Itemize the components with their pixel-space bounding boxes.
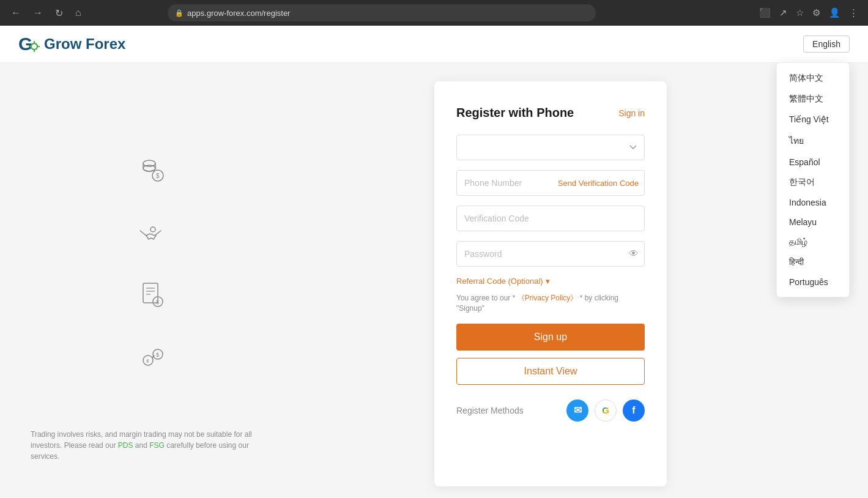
- url-text: apps.grow-forex.com/register: [187, 9, 290, 18]
- pds-link[interactable]: PDS: [118, 441, 133, 450]
- privacy-before: You agree to our *: [456, 294, 517, 302]
- register-title: Register with Phone: [456, 106, 574, 120]
- password-toggle-icon[interactable]: 👁: [629, 248, 639, 259]
- referral-code-label: Referral Code (Optional): [456, 277, 543, 286]
- instant-view-button[interactable]: Instant View: [456, 358, 645, 385]
- svg-text:G: G: [18, 34, 32, 54]
- left-side: $ $: [18, 130, 287, 486]
- lang-option-indonesian[interactable]: Indonesia: [777, 193, 849, 212]
- bookmark-button[interactable]: ☆: [793, 5, 806, 21]
- referral-code-chevron-icon: ▾: [546, 277, 550, 286]
- money-coins-icon: $: [137, 155, 169, 187]
- referral-code-toggle[interactable]: Referral Code (Optional) ▾: [456, 277, 645, 286]
- invoice-icon: $: [137, 280, 169, 311]
- svg-text:¢: ¢: [146, 358, 149, 364]
- privacy-policy-link[interactable]: 《Privacy Policy》: [517, 294, 578, 302]
- phone-number-group: Send Verification Code: [456, 170, 645, 196]
- lang-option-spanish[interactable]: Español: [777, 152, 849, 172]
- back-button[interactable]: ←: [7, 5, 24, 21]
- feature-icon-4: ¢ $: [31, 342, 275, 374]
- password-group: 👁: [456, 241, 645, 267]
- lock-icon: 🔒: [175, 9, 184, 17]
- email-icon: ✉: [574, 404, 582, 416]
- lang-option-traditional-chinese[interactable]: 繁體中文: [777, 89, 849, 110]
- register-methods: Register Methods ✉ G f: [456, 400, 645, 422]
- email-register-button[interactable]: ✉: [566, 400, 588, 422]
- forward-button[interactable]: →: [29, 5, 46, 21]
- home-button[interactable]: ⌂: [72, 5, 85, 21]
- feature-icon-1: $: [31, 155, 275, 187]
- logo-text: Grow Forex: [44, 35, 125, 53]
- register-header: Register with Phone Sign in: [456, 106, 645, 120]
- profile-button[interactable]: 👤: [826, 5, 843, 21]
- lang-option-tamil[interactable]: தமிழ்: [777, 232, 849, 252]
- lang-option-malay[interactable]: Melayu: [777, 212, 849, 232]
- register-methods-label: Register Methods: [456, 406, 524, 415]
- facebook-register-button[interactable]: f: [623, 400, 645, 422]
- lang-option-portuguese[interactable]: Português: [777, 272, 849, 292]
- disclaimer: Trading involves risks, and margin tradi…: [31, 429, 275, 462]
- lang-option-korean[interactable]: 한국어: [777, 172, 849, 193]
- svg-point-10: [150, 227, 155, 232]
- signup-button[interactable]: Sign up: [456, 324, 645, 351]
- social-icons: ✉ G f: [566, 400, 645, 422]
- language-button[interactable]: English: [803, 35, 850, 53]
- verification-code-input[interactable]: [456, 206, 645, 231]
- country-select[interactable]: [456, 135, 645, 160]
- facebook-icon: f: [632, 405, 635, 416]
- logo-icon: G: [18, 33, 40, 55]
- feature-icon-3: $: [31, 280, 275, 311]
- main-content: $ $: [0, 63, 734, 498]
- google-icon: G: [602, 405, 609, 415]
- sign-in-link[interactable]: Sign in: [618, 108, 645, 118]
- svg-text:$: $: [156, 352, 159, 358]
- lang-option-hindi[interactable]: हिन्दी: [777, 252, 849, 272]
- register-card: Register with Phone Sign in Send Verific…: [434, 81, 667, 486]
- verification-code-group: [456, 206, 645, 231]
- refresh-button[interactable]: ↻: [51, 5, 67, 21]
- address-bar[interactable]: 🔒 apps.grow-forex.com/register: [168, 4, 596, 21]
- browser-chrome: ← → ↻ ⌂ 🔒 apps.grow-forex.com/register ⬛…: [0, 0, 868, 26]
- send-verification-code-button[interactable]: Send Verification Code: [558, 179, 639, 188]
- lang-option-simplified-chinese[interactable]: 简体中文: [777, 68, 849, 89]
- language-dropdown: 简体中文 繁體中文 Tiếng Việt ไทย Español 한국어 Ind…: [776, 62, 850, 297]
- lang-option-vietnamese[interactable]: Tiếng Việt: [777, 110, 849, 129]
- feature-icon-2: [31, 217, 275, 249]
- svg-text:$: $: [156, 299, 159, 305]
- google-register-button[interactable]: G: [595, 400, 617, 422]
- svg-text:$: $: [156, 173, 160, 179]
- page: G Grow Forex English 简体中文 繁體中文 Tiếng Việ…: [0, 26, 868, 498]
- fsg-link[interactable]: FSG: [149, 441, 165, 450]
- extensions-button[interactable]: ⚙: [810, 5, 823, 21]
- lang-option-thai[interactable]: ไทย: [777, 129, 849, 152]
- disclaimer-and: and: [135, 441, 149, 450]
- exchange-icon: ¢ $: [137, 342, 169, 374]
- logo: G Grow Forex: [18, 33, 125, 55]
- menu-button[interactable]: ⋮: [847, 5, 861, 21]
- handshake-icon: [137, 217, 169, 249]
- header: G Grow Forex English: [0, 26, 868, 63]
- password-input[interactable]: [456, 241, 645, 267]
- country-select-group: [456, 135, 645, 160]
- cast-button[interactable]: ⬛: [757, 5, 773, 21]
- browser-actions: ⬛ ↗ ☆ ⚙ 👤 ⋮: [757, 5, 861, 21]
- share-button[interactable]: ↗: [777, 5, 790, 21]
- phone-wrapper: Send Verification Code: [456, 170, 645, 196]
- privacy-text: You agree to our * 《Privacy Policy》 * by…: [456, 293, 645, 314]
- password-wrapper: 👁: [456, 241, 645, 267]
